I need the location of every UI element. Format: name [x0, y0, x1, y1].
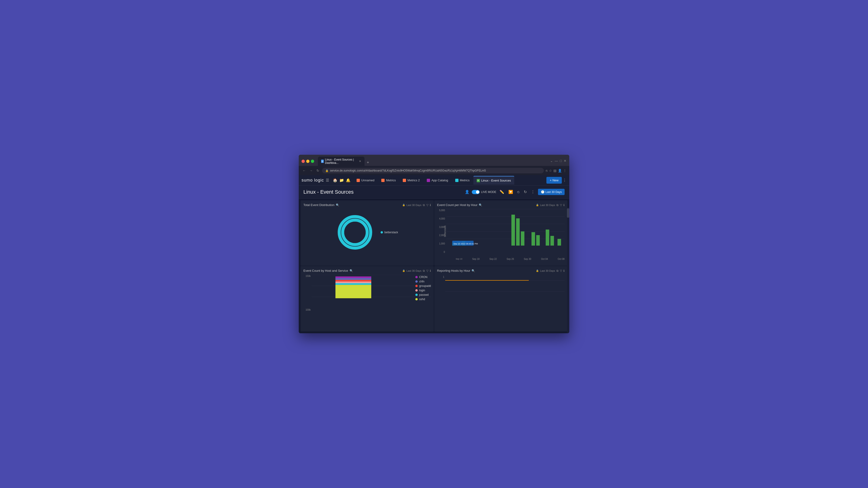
svg-rect-16 [546, 230, 549, 246]
share-button[interactable]: ⎋ [516, 189, 521, 195]
filter-icon-line[interactable]: ▽ [560, 269, 562, 272]
filter-icon-bar[interactable]: ▽ [560, 203, 562, 207]
copy-icon-line[interactable]: ⧉ [556, 269, 559, 272]
zoom-icon-bar[interactable]: 🔍 [479, 203, 482, 207]
zoom-icon-line[interactable]: 🔍 [471, 269, 475, 272]
forward-button[interactable]: → [309, 168, 314, 173]
live-mode-toggle[interactable]: LIVE MODE [472, 190, 496, 194]
app-tabs: Unnamed Metrics Metrics 2 App Catalog Me… [353, 176, 545, 185]
new-dashboard-button[interactable]: + New [547, 177, 562, 184]
minimize-window-button[interactable] [306, 160, 309, 163]
y-label-100k: 100k [306, 308, 311, 311]
title-bar: S Linux - Event Sources | Dashboa... ✕ +… [299, 155, 569, 166]
bar-chart-container: 5,000 4,000 3,000 2,000 1,000 0 betterst… [437, 209, 565, 260]
dashboard: Linux - Event Sources 👤 LIVE MODE ✏️ 🔽 ⎋… [299, 186, 569, 333]
refresh-dashboard-button[interactable]: ↻ [523, 189, 528, 195]
dashboard-title: Linux - Event Sources [303, 189, 465, 195]
info-icon-donut[interactable]: ℹ [430, 203, 431, 207]
maximize-window-button[interactable] [311, 160, 314, 163]
back-button[interactable]: ← [302, 168, 307, 173]
folder-icon[interactable]: 📁 [339, 178, 344, 183]
zoom-icon-stacked[interactable]: 🔍 [349, 269, 353, 272]
donut-chart-svg [336, 214, 374, 251]
edit-button[interactable]: ✏️ [499, 189, 505, 195]
refresh-button[interactable]: ↻ [315, 168, 320, 173]
home-icon[interactable]: 🏠 [333, 178, 337, 183]
toggle-switch[interactable] [472, 190, 480, 194]
lock-icon-line: 🔒 [536, 269, 539, 272]
copy-icon-stacked[interactable]: ⧉ [423, 269, 425, 272]
x-label-sep30: Sep 30 [524, 258, 531, 260]
filter-button[interactable]: 🔽 [507, 189, 514, 195]
close-btn[interactable]: ✕ [564, 159, 566, 163]
tab-list-button[interactable]: ⌄ [550, 159, 553, 163]
svg-point-2 [344, 222, 366, 243]
new-plus-icon: + [550, 178, 552, 182]
dashboard-more-button[interactable]: ⋮ [530, 189, 536, 195]
svg-text:Sep 10 2022 09:45:52 PM: Sep 10 2022 09:45:52 PM [453, 242, 478, 245]
legend-dot-betterstack [381, 231, 383, 233]
tab-unnamed[interactable]: Unnamed [353, 176, 378, 184]
filter-icon-stacked[interactable]: ▽ [426, 269, 428, 272]
copy-icon-bar[interactable]: ⧉ [556, 203, 559, 207]
address-bar: ← → ↻ 🔒 service.de.sumologic.com/ui/#/da… [299, 166, 569, 175]
sidebar-icon[interactable]: ▤ [553, 169, 556, 172]
tab-app-catalog[interactable]: App Catalog [424, 176, 452, 184]
tab-metrics2[interactable]: Metrics 2 [400, 176, 423, 184]
svg-rect-13 [521, 231, 524, 246]
panel-controls-stacked: 🔒 Last 30 Days ⧉ ▽ ℹ [402, 269, 431, 272]
hamburger-menu[interactable]: ☰ [326, 178, 329, 183]
legend-item-cron: CRON [415, 275, 431, 279]
info-icon-line[interactable]: ℹ [563, 269, 565, 272]
svg-rect-28 [335, 278, 371, 280]
restore-btn[interactable]: □ [560, 159, 562, 163]
svg-rect-29 [335, 276, 371, 278]
info-icon-stacked[interactable]: ℹ [430, 269, 431, 272]
filter-icon-donut[interactable]: ▽ [426, 203, 428, 207]
url-text: service.de.sumologic.com/ui/#/dashboard/… [330, 169, 486, 172]
tab-metrics-teal[interactable]: Metrics [452, 176, 473, 184]
y-label-5000: 5,000 [439, 209, 445, 212]
live-mode-label: LIVE MODE [481, 190, 496, 194]
scrollbar-thumb[interactable] [567, 208, 569, 218]
tab-metrics[interactable]: Metrics [378, 176, 399, 184]
panel-controls-line: 🔒 Last 30 Days ⧉ ▽ ℹ [536, 269, 565, 272]
stacked-bar-area: 150k 100k [303, 275, 431, 312]
zoom-icon-donut[interactable]: 🔍 [336, 203, 339, 207]
time-range-button[interactable]: 🕐 Last 30 Days [538, 189, 565, 195]
tab-linux-event-sources[interactable]: ⊞ Linux - Event Sources [473, 176, 514, 185]
profile-icon[interactable]: 👤 [558, 169, 562, 172]
time-label-bar: Last 30 Days [540, 204, 555, 206]
dashboard-controls: 👤 LIVE MODE ✏️ 🔽 ⎋ ↻ ⋮ 🕐 Last 30 Days [465, 189, 565, 195]
svg-rect-25 [335, 283, 371, 285]
close-window-button[interactable] [302, 160, 305, 163]
line-chart-area: 1 [437, 275, 565, 303]
lock-icon-stacked: 🔒 [402, 269, 405, 272]
copy-icon-donut[interactable]: ⧉ [423, 203, 425, 207]
tab-close-button[interactable]: ✕ [359, 160, 361, 163]
info-icon-bar[interactable]: ℹ [563, 203, 565, 207]
tab-icon-metrics-teal [455, 179, 459, 182]
bar-chart-area: betterstack [446, 209, 565, 253]
stacked-bars [312, 275, 431, 312]
bookmark-icon[interactable]: ☆ [549, 169, 552, 172]
new-tab-button[interactable]: + [365, 159, 371, 166]
url-field[interactable]: 🔒 service.de.sumologic.com/ui/#/dashboar… [322, 168, 544, 173]
bar-legend: CRON chfn groupadd login [415, 275, 431, 301]
tab-label-metrics2: Metrics 2 [407, 178, 420, 182]
x-label-sep26: Sep 26 [506, 258, 514, 260]
scrollbar[interactable] [567, 207, 569, 333]
menu-icon[interactable]: ⋮ [563, 169, 566, 172]
host-axis-label: betterstack [444, 226, 446, 237]
active-browser-tab[interactable]: S Linux - Event Sources | Dashboa... ✕ [318, 157, 365, 166]
lock-icon: 🔒 [325, 169, 329, 172]
more-options-button[interactable]: ⋮ [563, 178, 566, 183]
minimize-btn[interactable]: — [555, 159, 558, 163]
address-bar-icons: ⎋ ☆ ▤ 👤 ⋮ [546, 169, 566, 172]
y-label-150k: 150k [306, 275, 311, 277]
svg-rect-26 [335, 282, 371, 283]
legend-label-betterstack: betterstack [384, 231, 398, 234]
bell-icon[interactable]: 🔔 [346, 178, 350, 183]
share-icon[interactable]: ⎋ [546, 169, 548, 172]
tab-label-metrics-teal: Metrics [460, 178, 470, 182]
